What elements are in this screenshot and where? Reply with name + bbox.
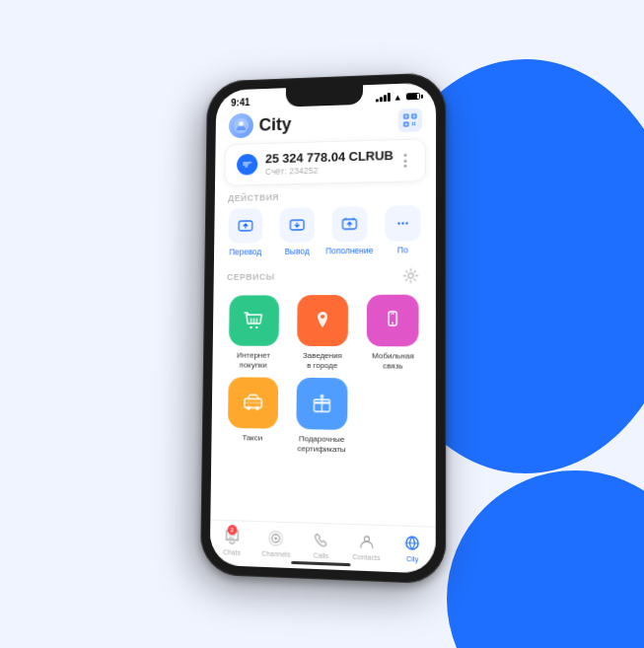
service-places[interactable]: Заведенияв городе bbox=[290, 294, 354, 371]
actions-section-label: ДЕЙСТВИЯ bbox=[214, 188, 435, 208]
service-gifts[interactable]: Подарочныесертификаты bbox=[289, 377, 354, 455]
bottom-nav: 2 Chats bbox=[209, 519, 435, 573]
nav-chats-label: Chats bbox=[223, 548, 241, 556]
service-shop[interactable]: Интернетпокупки bbox=[222, 295, 285, 371]
svg-point-31 bbox=[269, 531, 283, 545]
actions-row: Перевод Вывод bbox=[213, 204, 435, 265]
svg-rect-29 bbox=[314, 398, 329, 402]
nav-calls-label: Calls bbox=[313, 551, 328, 559]
svg-point-20 bbox=[254, 325, 256, 327]
service-taxi-label: Такси bbox=[242, 432, 262, 443]
svg-point-26 bbox=[246, 405, 250, 409]
svg-point-18 bbox=[407, 272, 412, 277]
svg-rect-2 bbox=[403, 114, 407, 118]
phone-shell: 9:41 ▲ bbox=[199, 72, 445, 584]
svg-rect-22 bbox=[389, 311, 396, 324]
service-gifts-label: Подарочныесертификаты bbox=[297, 433, 345, 455]
phone-notch bbox=[285, 85, 362, 107]
action-transfer-label: Перевод bbox=[229, 247, 261, 256]
phone-mockup: 9:41 ▲ bbox=[199, 72, 445, 584]
signal-icon bbox=[375, 93, 390, 102]
svg-rect-28 bbox=[314, 401, 329, 410]
avatar bbox=[228, 112, 252, 138]
svg-rect-23 bbox=[391, 313, 394, 314]
svg-point-15 bbox=[397, 222, 399, 224]
action-deposit-label: Пополнение bbox=[325, 245, 373, 255]
background-blob-bottom bbox=[447, 470, 644, 648]
nav-contacts[interactable]: Contacts bbox=[343, 530, 390, 561]
action-deposit[interactable]: Пополнение bbox=[322, 205, 376, 254]
settings-icon[interactable] bbox=[399, 264, 421, 286]
nav-channels[interactable]: Channels bbox=[253, 527, 298, 557]
balance-details: 25 324 778.04 CLRUB Счёт: 234252 bbox=[264, 148, 393, 177]
service-grid: Интернетпокупки Заведенияв городе bbox=[211, 294, 436, 465]
service-mobile-icon bbox=[367, 294, 419, 346]
qr-icon-button[interactable] bbox=[397, 108, 421, 131]
svg-rect-10 bbox=[411, 123, 412, 124]
svg-point-16 bbox=[401, 222, 403, 224]
balance-info: 25 324 778.04 CLRUB Счёт: 234252 bbox=[236, 148, 393, 178]
service-mobile-label: Мобильнаясвязь bbox=[371, 351, 413, 372]
action-more-label: По bbox=[396, 245, 407, 254]
app-header: City bbox=[215, 103, 436, 144]
services-section-label: СЕРВИСЫ bbox=[227, 271, 275, 281]
action-deposit-icon-wrap bbox=[331, 206, 367, 242]
svg-rect-9 bbox=[413, 121, 414, 122]
service-taxi[interactable]: Такси bbox=[220, 377, 283, 455]
svg-point-30 bbox=[272, 534, 280, 541]
service-taxi-icon bbox=[227, 377, 277, 428]
svg-point-32 bbox=[274, 537, 277, 540]
action-transfer-icon-wrap bbox=[228, 208, 262, 244]
service-mobile[interactable]: Мобильнаясвязь bbox=[360, 294, 425, 372]
nav-chats-badge: 2 bbox=[227, 525, 237, 535]
svg-rect-3 bbox=[411, 113, 415, 117]
action-withdraw-icon-wrap bbox=[279, 207, 314, 243]
action-more-icon-wrap bbox=[385, 205, 420, 242]
contacts-icon bbox=[356, 531, 376, 551]
service-places-icon bbox=[297, 294, 348, 345]
svg-point-27 bbox=[254, 405, 258, 409]
action-withdraw[interactable]: Вывод bbox=[270, 206, 322, 255]
action-withdraw-label: Вывод bbox=[284, 246, 309, 255]
svg-point-34 bbox=[405, 537, 417, 549]
service-places-label: Заведенияв городе bbox=[302, 350, 341, 371]
nav-contacts-label: Contacts bbox=[352, 552, 380, 560]
nav-chats[interactable]: 2 Chats bbox=[209, 526, 253, 556]
balance-amount: 25 324 778.04 CLRUB bbox=[264, 148, 393, 166]
status-time: 9:41 bbox=[231, 97, 250, 108]
phone-screen: 9:41 ▲ bbox=[209, 82, 435, 573]
svg-point-17 bbox=[405, 222, 407, 224]
status-icons: ▲ bbox=[375, 91, 419, 102]
svg-rect-7 bbox=[405, 123, 406, 124]
balance-icon bbox=[237, 153, 257, 175]
wifi-icon: ▲ bbox=[393, 92, 401, 102]
service-shop-label: Интернетпокупки bbox=[236, 350, 269, 371]
service-gifts-icon bbox=[296, 377, 347, 429]
service-shop-icon bbox=[228, 295, 278, 346]
svg-rect-6 bbox=[413, 115, 414, 116]
battery-icon bbox=[405, 92, 419, 99]
svg-rect-8 bbox=[411, 121, 412, 122]
svg-point-33 bbox=[363, 536, 368, 540]
home-indicator bbox=[291, 560, 350, 565]
balance-card[interactable]: 25 324 778.04 CLRUB Счёт: 234252 ⋮ bbox=[224, 138, 425, 185]
svg-rect-11 bbox=[413, 123, 414, 124]
services-header: СЕРВИСЫ bbox=[213, 264, 435, 295]
svg-point-24 bbox=[392, 322, 394, 324]
nav-calls[interactable]: Calls bbox=[298, 529, 343, 559]
nav-city-label: City bbox=[405, 554, 417, 562]
calls-icon bbox=[311, 529, 330, 549]
channels-icon bbox=[266, 528, 286, 548]
nav-city[interactable]: City bbox=[389, 532, 435, 563]
action-more[interactable]: По bbox=[376, 204, 430, 254]
action-transfer[interactable]: Перевод bbox=[219, 207, 270, 256]
nav-channels-label: Channels bbox=[261, 549, 290, 557]
svg-rect-5 bbox=[405, 115, 406, 116]
header-left: City bbox=[228, 111, 291, 138]
svg-rect-4 bbox=[403, 121, 407, 125]
balance-more-button[interactable]: ⋮ bbox=[396, 151, 412, 170]
city-icon bbox=[401, 532, 422, 552]
svg-point-19 bbox=[250, 325, 251, 327]
page-title: City bbox=[258, 113, 291, 134]
